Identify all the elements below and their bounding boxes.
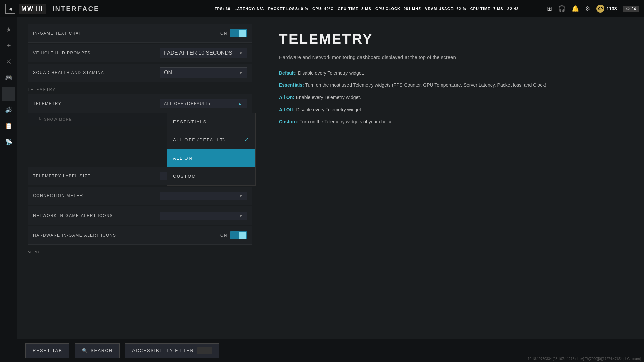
squad-health-arrow: ▼ xyxy=(239,71,243,75)
info-all-off-label: All Off: xyxy=(279,107,295,112)
setting-row-vehicle-hud[interactable]: VEHICLE HUD PROMPTS FADE AFTER 10 SECOND… xyxy=(28,44,252,62)
fps-label: FPS: xyxy=(215,7,224,11)
setting-row-squad-health[interactable]: SQUAD HEALTH AND STAMINA ON ▼ xyxy=(28,64,252,82)
info-essentials-label: Essentials: xyxy=(279,82,304,88)
sidebar-item-weapons[interactable]: ⚔ xyxy=(2,55,15,68)
reset-tab-button[interactable]: RESET TAB xyxy=(25,343,69,358)
info-all-on-label: All On: xyxy=(279,95,294,100)
option-all-off-label: ALL OFF (DEFAULT) xyxy=(173,137,225,142)
sidebar-item-gameplay[interactable]: 🎮 xyxy=(2,71,15,84)
label-size-label: TELEMETRY LABEL SIZE xyxy=(33,174,160,178)
telemetry-dropdown-trigger[interactable]: ALL OFF (DEFAULT) ▲ xyxy=(160,99,247,108)
section-telemetry-header: TELEMETRY xyxy=(28,83,252,94)
network-alert-dropdown[interactable]: ▼ xyxy=(160,212,247,220)
squad-health-label: SQUAD HEALTH AND STAMINA xyxy=(33,70,160,75)
sidebar-item-network[interactable]: 📡 xyxy=(2,135,15,149)
hardware-alert-label: HARDWARE IN-GAME ALERT ICONS xyxy=(33,233,220,238)
info-custom-label: Custom: xyxy=(279,119,298,124)
top-bar-left: ◀ MW III INTERFACE xyxy=(5,4,186,14)
info-section-all-off: All Off: Disable every Telemetry widget. xyxy=(279,106,627,113)
option-essentials-label: ESSENTIALS xyxy=(173,119,207,124)
cpu-value: 7 MS xyxy=(493,7,503,11)
sidebar-item-interface[interactable]: ≡ xyxy=(2,87,15,101)
option-all-on[interactable]: ALL ON xyxy=(167,149,255,167)
settings-panel: IN-GAME TEXT CHAT ON VEHICLE HUD PROMPTS… xyxy=(17,17,262,362)
info-default-label: Default: xyxy=(279,70,297,76)
squad-health-dropdown[interactable]: ON ▼ xyxy=(160,67,247,78)
info-section-all-on: All On: Enable every Telemetry widget. xyxy=(279,94,627,101)
setting-row-connection-meter[interactable]: CONNECTION METER ▼ xyxy=(28,187,252,205)
top-bar-right: ⊞ 🎧 🔔 ⚙ CP 1133 ⚙ 24 xyxy=(547,5,639,13)
connection-meter-label: CONNECTION METER xyxy=(33,193,160,198)
search-label: SEARCH xyxy=(91,348,113,353)
latency-label: LATENCY: xyxy=(234,7,255,11)
fps-value: 60 xyxy=(226,7,230,11)
option-essentials[interactable]: ESSENTIALS xyxy=(167,113,255,131)
accessibility-label: ACCESSIBILITY FILTER xyxy=(132,348,194,353)
version-text: 10.18.19750334 [98:167:11278+11:A] Th[72… xyxy=(528,357,641,361)
game-logo: MW III xyxy=(19,4,46,14)
accessibility-toggle[interactable] xyxy=(197,347,212,354)
reset-tab-label: RESET TAB xyxy=(33,348,62,353)
setting-row-text-chat[interactable]: IN-GAME TEXT CHAT ON xyxy=(28,24,252,43)
hardware-alert-value-container: ON xyxy=(220,231,247,239)
network-alert-label: NETWORK IN-GAME ALERT ICONS xyxy=(33,213,160,218)
main-content: IN-GAME TEXT CHAT ON VEHICLE HUD PROMPTS… xyxy=(17,17,644,362)
info-all-off-text: Disable every Telemetry widget. xyxy=(296,107,362,112)
gpu-value: 49°C xyxy=(324,7,334,11)
info-panel: TELEMETRY Hardware and Network monitorin… xyxy=(262,17,644,362)
telemetry-arrow-up: ▲ xyxy=(238,101,243,106)
option-custom-label: CUSTOM xyxy=(173,174,196,179)
info-title: TELEMETRY xyxy=(279,31,627,47)
network-alert-arrow: ▼ xyxy=(239,214,243,218)
grid-icon[interactable]: ⊞ xyxy=(547,5,552,12)
setting-row-network-alert[interactable]: NETWORK IN-GAME ALERT ICONS ▼ xyxy=(28,206,252,225)
setting-row-telemetry[interactable]: TELEMETRY ALL OFF (DEFAULT) ▲ xyxy=(28,94,252,113)
hardware-alert-toggle[interactable] xyxy=(230,231,247,239)
gpu-time-value: 8 MS xyxy=(361,7,371,11)
cpu-label: CPU TIME: xyxy=(470,7,492,11)
sidebar-item-audio[interactable]: 🔊 xyxy=(2,103,15,117)
telemetry-current-value: ALL OFF (DEFAULT) xyxy=(164,101,210,106)
vram-label: VRAM USAGE: xyxy=(425,7,455,11)
back-button[interactable]: ◀ xyxy=(5,4,15,14)
search-button[interactable]: 🔍 SEARCH xyxy=(75,343,120,358)
squad-health-value: ON xyxy=(164,70,172,76)
clock-value: 22:42 xyxy=(507,7,519,11)
headset-icon[interactable]: 🎧 xyxy=(558,5,566,12)
vehicle-hud-label: VEHICLE HUD PROMPTS xyxy=(33,51,160,55)
info-essentials-text: Turn on the most used Telemetry widgets … xyxy=(305,82,548,88)
option-all-on-label: ALL ON xyxy=(173,156,193,161)
gear-icon[interactable]: ⚙ xyxy=(585,5,590,12)
text-chat-toggle[interactable] xyxy=(230,29,247,37)
setting-row-hardware-alert[interactable]: HARDWARE IN-GAME ALERT ICONS ON xyxy=(28,226,252,245)
gpu-clock-label: GPU CLOCK: xyxy=(375,7,402,11)
hardware-alert-text: ON xyxy=(220,233,227,238)
connection-meter-dropdown[interactable]: ▼ xyxy=(160,192,247,200)
latency-value: N/A xyxy=(257,7,264,11)
info-section-custom: Custom: Turn on the Telemetry widgets of… xyxy=(279,118,627,125)
option-all-off-default[interactable]: ALL OFF (DEFAULT) ✓ xyxy=(167,131,255,149)
currency-value: 1133 xyxy=(606,6,617,11)
info-section-essentials: Essentials: Turn on the most used Teleme… xyxy=(279,81,627,89)
connection-meter-arrow: ▼ xyxy=(239,194,243,198)
show-more-label: SHOW MORE xyxy=(44,117,72,121)
gpu-time-label: GPU TIME: xyxy=(338,7,360,11)
accessibility-button[interactable]: ACCESSIBILITY FILTER xyxy=(125,343,219,358)
text-chat-value: ON xyxy=(220,29,247,37)
info-all-on-text: Enable every Telemetry widget. xyxy=(296,95,361,100)
vram-value: 62 % xyxy=(456,7,466,11)
bell-icon[interactable]: 🔔 xyxy=(572,5,579,12)
top-bar: ◀ MW III INTERFACE FPS: 60 LATENCY: N/A … xyxy=(0,0,644,17)
vehicle-hud-arrow: ▼ xyxy=(239,51,243,55)
sidebar-item-ui[interactable]: 📋 xyxy=(2,119,15,133)
info-subtitle: Hardware and Network monitoring dashboar… xyxy=(279,54,627,61)
sidebar-item-featured[interactable]: ✦ xyxy=(2,39,15,52)
info-section-default: Default: Disable every Telemetry widget. xyxy=(279,69,627,77)
vehicle-hud-dropdown[interactable]: FADE AFTER 10 SECONDS ▼ xyxy=(160,48,247,58)
option-custom[interactable]: CUSTOM xyxy=(167,167,255,185)
sidebar-item-favorites[interactable]: ★ xyxy=(2,23,15,36)
perf-stats: FPS: 60 LATENCY: N/A PACKET LOSS: 0 % GP… xyxy=(186,7,547,11)
checkmark-icon: ✓ xyxy=(244,137,249,143)
search-icon: 🔍 xyxy=(82,348,88,353)
